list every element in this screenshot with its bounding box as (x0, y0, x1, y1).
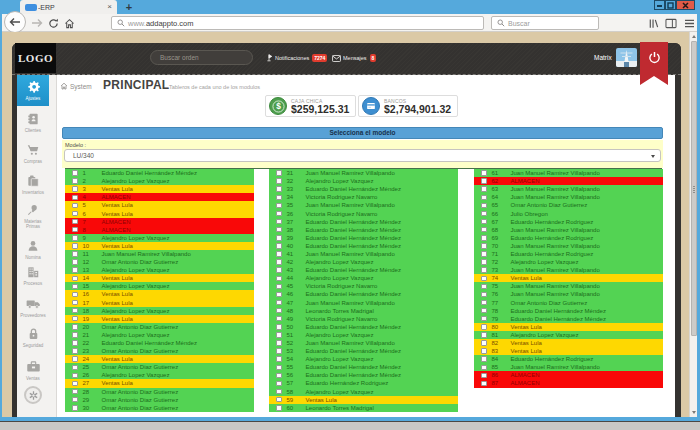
row-checkbox[interactable] (481, 170, 487, 176)
row-checkbox[interactable] (276, 292, 282, 298)
list-item[interactable]: 2Alejandro Lopez Vazquez (65, 177, 254, 185)
row-checkbox[interactable] (72, 203, 78, 209)
sidebar-item-seguridad[interactable]: Seguridad (17, 325, 49, 348)
list-item[interactable]: 1Eduardo Daniel Hernández Méndez (65, 169, 254, 177)
list-item[interactable]: 39Eduardo Daniel Hernández Méndez (269, 234, 458, 242)
row-checkbox[interactable] (72, 365, 78, 371)
sidebar-toggle-icon[interactable] (664, 16, 678, 30)
row-checkbox[interactable] (481, 316, 487, 322)
list-item[interactable]: 85Juan Manuel Ramirez Villalpando (474, 363, 663, 371)
row-checkbox[interactable] (481, 251, 487, 257)
row-checkbox[interactable] (72, 211, 78, 217)
order-search-input[interactable]: Buscar orden (150, 50, 253, 65)
list-item[interactable]: 77Omar Antonio Diaz Gutierrez (474, 299, 663, 307)
row-checkbox[interactable] (481, 186, 487, 192)
row-checkbox[interactable] (481, 300, 487, 306)
forward-button[interactable] (30, 14, 44, 32)
list-item[interactable]: 35Juan Manuel Ramirez Villalpando (269, 201, 458, 209)
list-item[interactable]: 8ALMACEN (65, 226, 254, 234)
row-checkbox[interactable] (72, 170, 78, 176)
tab-close-icon[interactable]: × (107, 3, 112, 11)
row-checkbox[interactable] (72, 195, 78, 201)
back-button[interactable] (4, 11, 26, 33)
row-checkbox[interactable] (72, 219, 78, 225)
row-checkbox[interactable] (72, 405, 78, 411)
browser-search-input[interactable]: Buscar (491, 16, 599, 30)
scrollbar-thumb[interactable] (691, 41, 697, 336)
sidebar-item-compras[interactable]: Compras (17, 141, 49, 164)
list-item[interactable]: 33Eduardo Daniel Hernández Méndez (269, 185, 458, 193)
list-item[interactable]: 53Eduardo Daniel Hernández Méndez (269, 347, 458, 355)
list-item[interactable]: 82Ventas Lula (474, 339, 663, 347)
list-item[interactable]: 80Ventas Lula (474, 323, 663, 331)
row-checkbox[interactable] (276, 389, 282, 395)
row-checkbox[interactable] (481, 267, 487, 273)
app-logo[interactable]: LOGO (15, 43, 56, 73)
row-checkbox[interactable] (276, 300, 282, 306)
list-item[interactable]: 9Alejandro Lopez Vazquez (65, 234, 254, 242)
row-checkbox[interactable] (481, 211, 487, 217)
row-checkbox[interactable] (481, 332, 487, 338)
row-checkbox[interactable] (72, 186, 78, 192)
list-item[interactable]: 58Alejandro Lopez Vazquez (269, 388, 458, 396)
list-item[interactable]: 61Juan Manuel Ramirez Villalpando (474, 169, 663, 177)
row-checkbox[interactable] (72, 259, 78, 265)
window-maximize-button[interactable] (665, 0, 676, 10)
row-checkbox[interactable] (276, 203, 282, 209)
row-checkbox[interactable] (276, 405, 282, 411)
row-checkbox[interactable] (276, 211, 282, 217)
list-item[interactable]: 87ALMACEN (474, 379, 663, 387)
sidebar-item-materias-primas[interactable]: Materias Primas (17, 201, 49, 229)
list-item[interactable]: 49Victoria Rodriguez Navarro (269, 315, 458, 323)
row-checkbox[interactable] (72, 276, 78, 282)
row-checkbox[interactable] (72, 332, 78, 338)
row-checkbox[interactable] (72, 356, 78, 362)
row-checkbox[interactable] (276, 227, 282, 233)
row-checkbox[interactable] (276, 186, 282, 192)
library-icon[interactable] (646, 16, 660, 30)
list-item[interactable]: 19Ventas Lula (65, 315, 254, 323)
row-checkbox[interactable] (481, 203, 487, 209)
list-item[interactable]: 83Ventas Lula (474, 347, 663, 355)
list-item[interactable]: 78Eduardo Daniel Hernández Méndez (474, 307, 663, 315)
row-checkbox[interactable] (276, 178, 282, 184)
row-checkbox[interactable] (276, 397, 282, 403)
row-checkbox[interactable] (481, 276, 487, 282)
list-item[interactable]: 40Eduardo Daniel Hernández Méndez (269, 242, 458, 250)
list-item[interactable]: 55Eduardo Daniel Hernández Méndez (269, 363, 458, 371)
list-item[interactable]: 54Alejandro Lopez Vazquez (269, 355, 458, 363)
list-item[interactable]: 23Omar Antonio Diaz Gutierrez (65, 347, 254, 355)
list-item[interactable]: 48Leonardo Torres Madrigal (269, 307, 458, 315)
list-item[interactable]: 18Alejandro Lopez Vazquez (65, 307, 254, 315)
list-item[interactable]: 75Juan Manuel Ramirez Villalpando (474, 282, 663, 290)
list-item[interactable]: 34Victoria Rodriguez Navarro (269, 193, 458, 201)
list-item[interactable]: 5Ventas Lula (65, 201, 254, 209)
list-item[interactable]: 60Leonardo Torres Madrigal (269, 404, 458, 412)
row-checkbox[interactable] (481, 284, 487, 290)
list-item[interactable]: 73Juan Manuel Ramirez Villalpando (474, 266, 663, 274)
list-item[interactable]: 45Victoria Rodriguez Navarro (269, 282, 458, 290)
list-item[interactable]: 50Eduardo Daniel Hernández Méndez (269, 323, 458, 331)
list-item[interactable]: 51Alejandro Lopez Vazquez (269, 331, 458, 339)
row-checkbox[interactable] (481, 348, 487, 354)
list-item[interactable]: 52Juan Manuel Ramirez Villalpando (269, 339, 458, 347)
row-checkbox[interactable] (481, 227, 487, 233)
list-item[interactable]: 15Alejandro Lopez Vazquez (65, 282, 254, 290)
row-checkbox[interactable] (481, 381, 487, 387)
row-checkbox[interactable] (276, 316, 282, 322)
scrollbar-down-arrow[interactable] (691, 409, 697, 416)
list-item[interactable]: 12Omar Antonio Diaz Gutierrez (65, 258, 254, 266)
notifications-button[interactable]: Notificaciones 7274 (265, 52, 327, 64)
row-checkbox[interactable] (276, 373, 282, 379)
page-scrollbar[interactable] (689, 32, 697, 417)
row-checkbox[interactable] (72, 340, 78, 346)
list-item[interactable]: 72Alejandro Lopez Vazquez (474, 258, 663, 266)
list-item[interactable]: 25Omar Antonio Diaz Gutierrez (65, 363, 254, 371)
row-checkbox[interactable] (72, 373, 78, 379)
list-item[interactable]: 59Ventas Lula (269, 396, 458, 404)
list-item[interactable]: 6Ventas Lula (65, 209, 254, 217)
list-item[interactable]: 29Omar Antonio Diaz Gutierrez (65, 396, 254, 404)
list-item[interactable]: 14Ventas Lula (65, 274, 254, 282)
row-checkbox[interactable] (481, 373, 487, 379)
list-item[interactable]: 7ALMACEN (65, 218, 254, 226)
